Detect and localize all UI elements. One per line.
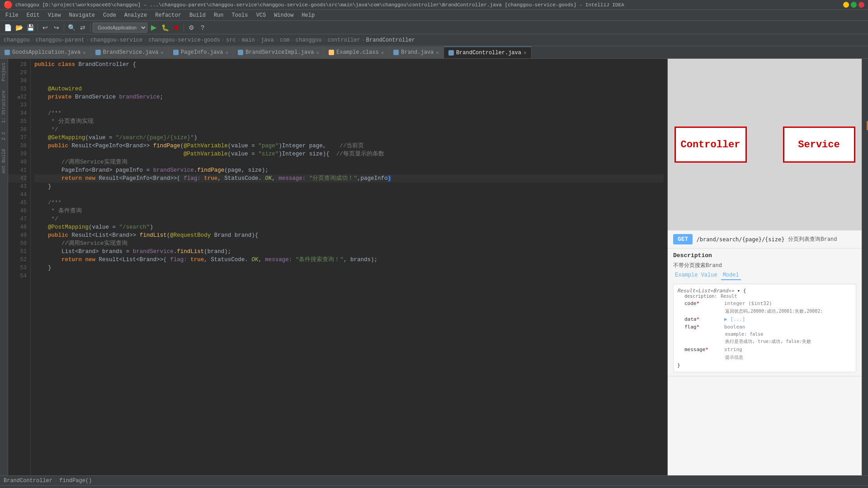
java-enterprise-tab[interactable]: ☕ Java Enterprise [175,487,235,488]
redo-button[interactable]: ↪ [52,23,61,33]
run-config-dropdown[interactable]: GoodsApplication [93,23,147,33]
project-strip[interactable]: Project [1,62,6,81]
menu-window[interactable]: Window [270,11,297,19]
get-badge[interactable]: GET [673,234,693,244]
menu-help[interactable]: Help [298,11,318,19]
close-button[interactable]: ✕ [859,2,864,8]
linenum-42: 42 [8,174,27,183]
tab-brandserviceimpl[interactable]: BrandServiceImpl.java ✕ [233,47,324,58]
tab-close-goodsapplication[interactable]: ✕ [83,50,86,56]
status-bar: ▶ Run Dashboard ▶ 5: Run 🐛 6: Debug ☑ 8:… [0,485,868,488]
code-line-41: PageInfo<Brand> pageInfo = brandService.… [34,166,664,174]
code-line-28: public class BrandController { [34,61,664,69]
service-label: Service [798,139,840,150]
menu-tools[interactable]: Tools [228,11,252,19]
linenum-51: 51 [8,248,27,256]
z2-strip[interactable]: Z 2 [1,132,6,140]
bc-service-goods[interactable]: changgou-service-goods [148,37,220,43]
open-button[interactable]: 📂 [14,23,24,33]
menu-edit[interactable]: Edit [23,11,43,19]
right-scrollbar[interactable] [862,59,868,475]
run-tab[interactable]: ▶ 5: Run [60,487,91,488]
run-dashboard-tab[interactable]: ▶ Run Dashboard [3,487,57,488]
tab-brandcontroller[interactable]: BrandController.java ✕ [444,47,532,58]
linenum-47: 47 [8,215,27,223]
settings-button[interactable]: ⚙ [186,23,196,33]
debug-button[interactable]: 🐛 [160,23,170,33]
tab-icon-brandservice [95,50,101,55]
undo-button[interactable]: ↩ [40,23,50,33]
menu-vcs[interactable]: VCS [253,11,270,19]
tab-brand[interactable]: Brand.java ✕ [389,47,444,58]
model-message-row: message* string [684,347,852,352]
menu-navigate[interactable]: Navigate [65,11,99,19]
tab-close-brandservice[interactable]: ✕ [160,50,164,56]
todo-tab[interactable]: ☑ 8: TODO [137,487,172,488]
model-brace-open: ▾ { [737,288,746,294]
tab-brandservice[interactable]: BrandService.java ✕ [91,47,169,58]
bc-java[interactable]: java [261,37,274,43]
footer-method[interactable]: findPage() [59,478,92,484]
tab-close-brandserviceimpl[interactable]: ✕ [316,50,319,56]
bc-com[interactable]: com [280,37,290,43]
model-tab[interactable]: Model [721,271,741,280]
maximize-button[interactable]: □ [851,2,857,8]
tab-close-example[interactable]: ✕ [381,50,384,56]
menu-build[interactable]: Build [186,11,209,19]
tab-close-brandcontroller[interactable]: ✕ [524,50,527,56]
tab-label-brandservice: BrandService.java [103,49,158,56]
footer-sep: › [54,478,57,484]
menu-code[interactable]: Code [99,11,120,19]
search-button[interactable]: 🔍 [66,23,76,33]
bc-changgou-parent[interactable]: changgou-parent [36,37,85,43]
structure-strip[interactable]: 1: Structure [1,90,6,123]
tab-example[interactable]: Example.class ✕ [324,47,389,58]
bc-changgou2[interactable]: changgou [296,37,322,43]
code-line-46: * 条件查询 [34,207,664,215]
bc-changgou[interactable]: changgou [4,37,30,43]
save-button[interactable]: 💾 [25,23,35,33]
problems-tab[interactable]: ⚠ Problems [318,487,356,488]
model-description-row: description: Result [684,294,852,299]
code-content[interactable]: public class BrandController { @Autowire… [31,59,667,475]
terminal-tab[interactable]: ⬛ Terminal [274,487,315,488]
model-code-type: integer ($int32) [724,300,772,306]
model-data-row: data* ▶ [...] [684,316,852,322]
tab-close-pageinfo[interactable]: ✕ [226,50,229,56]
replace-button[interactable]: ⇄ [78,23,88,33]
code-line-36: */ [34,126,664,134]
api-desc-cn: 分页列表查询Brand [788,235,837,243]
example-tab[interactable]: Example Value [673,271,719,280]
spring-tab[interactable]: 🌱 Spring [238,487,272,488]
menu-refactor[interactable]: Refactor [151,11,185,19]
tab-goodsapplication[interactable]: GoodsApplication.java ✕ [0,47,91,58]
bc-controller[interactable]: controller [328,37,360,43]
menu-view[interactable]: View [44,11,65,19]
footer-class[interactable]: BrandController [4,478,52,484]
linenum-53: 53 [8,264,27,272]
service-box[interactable]: Service [783,127,855,163]
swagger-diagram: Controller Service [668,59,862,230]
bc-changgou-service[interactable]: changgou-service [90,37,142,43]
ant-build-strip[interactable]: Ant Build [1,149,6,174]
bc-brandcontroller[interactable]: BrandController [366,37,415,43]
editor-area[interactable]: 28 29 30 31 ↺32 33 34 35 36 37 38 39 40 … [8,59,667,475]
menu-file[interactable]: File [2,11,22,19]
help-button[interactable]: ? [198,23,208,33]
menu-run[interactable]: Run [210,11,227,19]
stop-button[interactable]: ■ [171,23,181,33]
bc-main[interactable]: main [242,37,255,43]
new-file-button[interactable]: 📄 [3,23,13,33]
linenum-30: 30 [8,77,27,85]
code-line-44 [34,191,664,199]
model-data-type[interactable]: ▶ [...] [724,316,745,322]
menu-analyze[interactable]: Analyze [121,11,151,19]
run-button[interactable]: ▶ [149,23,159,33]
controller-box[interactable]: Controller [675,127,747,163]
tab-pageinfo[interactable]: PageInfo.java ✕ [169,47,233,58]
bc-src[interactable]: src [226,37,236,43]
minimize-button[interactable]: — [843,2,849,8]
title-text: changgou [D:\project\workspace65\changgo… [15,2,840,8]
tab-close-brand[interactable]: ✕ [436,50,439,56]
debug-tab[interactable]: 🐛 6: Debug [94,487,135,488]
